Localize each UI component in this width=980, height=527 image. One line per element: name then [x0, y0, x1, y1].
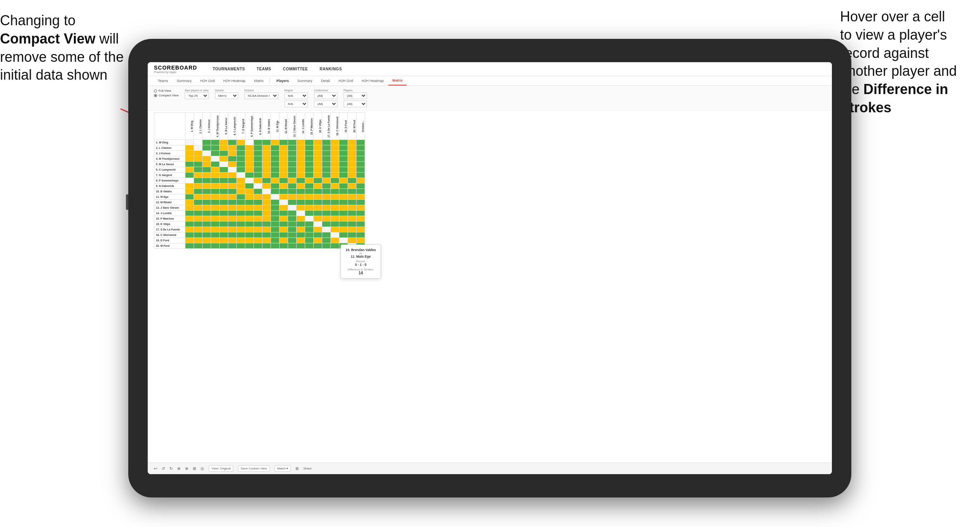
- sub-nav-h2h-grid2[interactable]: H2H Grid: [335, 77, 357, 85]
- share-text[interactable]: Share: [303, 467, 311, 470]
- matrix-cell[interactable]: [356, 238, 365, 243]
- matrix-cell[interactable]: [245, 211, 254, 216]
- matrix-cell[interactable]: [314, 156, 322, 162]
- matrix-cell[interactable]: [220, 140, 228, 145]
- matrix-cell[interactable]: [194, 162, 203, 167]
- matrix-cell[interactable]: [203, 211, 211, 216]
- matrix-cell[interactable]: [194, 211, 203, 216]
- matrix-cell[interactable]: [288, 145, 297, 151]
- matrix-cell[interactable]: [220, 205, 228, 211]
- matrix-cell[interactable]: [194, 151, 203, 156]
- matrix-cell[interactable]: [203, 189, 211, 194]
- matrix-cell[interactable]: [356, 211, 365, 216]
- matrix-cell[interactable]: [331, 194, 339, 200]
- matrix-cell[interactable]: [314, 222, 322, 227]
- matrix-cell[interactable]: [237, 151, 245, 156]
- matrix-cell[interactable]: [280, 151, 288, 156]
- sub-nav-h2h-grid1[interactable]: H2H Grid: [196, 77, 219, 85]
- matrix-cell[interactable]: [262, 216, 271, 222]
- matrix-cell[interactable]: [271, 205, 280, 211]
- matrix-cell[interactable]: [211, 156, 220, 162]
- matrix-cell[interactable]: [305, 216, 314, 222]
- matrix-cell[interactable]: [356, 232, 365, 238]
- matrix-cell[interactable]: [305, 167, 314, 173]
- matrix-cell[interactable]: [322, 151, 331, 156]
- matrix-cell[interactable]: [348, 189, 356, 194]
- matrix-cell[interactable]: [220, 216, 228, 222]
- matrix-cell[interactable]: [331, 145, 339, 151]
- matrix-cell[interactable]: [228, 178, 237, 183]
- matrix-cell[interactable]: [356, 194, 365, 200]
- compact-view-option[interactable]: Compact View: [154, 94, 178, 97]
- matrix-cell[interactable]: [322, 216, 331, 222]
- matrix-cell[interactable]: [297, 156, 305, 162]
- matrix-cell[interactable]: [314, 243, 322, 249]
- sub-nav-h2h-heatmap1[interactable]: H2H Heatmap: [220, 77, 250, 85]
- share-icon[interactable]: ⊞: [295, 466, 299, 471]
- matrix-cell[interactable]: [339, 238, 348, 243]
- matrix-cell[interactable]: [203, 222, 211, 227]
- matrix-cell[interactable]: [254, 140, 262, 145]
- matrix-cell[interactable]: [237, 173, 245, 178]
- save-custom-view-btn[interactable]: Save Custom View: [238, 465, 269, 472]
- matrix-cell[interactable]: [262, 205, 271, 211]
- matrix-cell[interactable]: [245, 238, 254, 243]
- region-select2[interactable]: N/A: [285, 101, 308, 107]
- matrix-cell[interactable]: [314, 216, 322, 222]
- matrix-cell[interactable]: [331, 227, 339, 232]
- matrix-cell[interactable]: [211, 211, 220, 216]
- matrix-cell[interactable]: [211, 151, 220, 156]
- matrix-cell[interactable]: [314, 162, 322, 167]
- matrix-cell[interactable]: [356, 151, 365, 156]
- matrix-cell[interactable]: [271, 189, 280, 194]
- matrix-cell[interactable]: [297, 151, 305, 156]
- matrix-cell[interactable]: [280, 227, 288, 232]
- matrix-cell[interactable]: [305, 156, 314, 162]
- matrix-cell[interactable]: [348, 183, 356, 189]
- matrix-cell[interactable]: [288, 194, 297, 200]
- sub-nav-matrix1[interactable]: Matrix: [250, 77, 268, 85]
- matrix-cell[interactable]: [220, 145, 228, 151]
- matrix-cell[interactable]: [288, 216, 297, 222]
- matrix-cell[interactable]: [331, 211, 339, 216]
- matrix-cell[interactable]: [331, 167, 339, 173]
- matrix-cell[interactable]: [228, 243, 237, 249]
- matrix-cell[interactable]: [237, 227, 245, 232]
- matrix-cell[interactable]: [194, 178, 203, 183]
- matrix-cell[interactable]: [185, 173, 194, 178]
- matrix-cell[interactable]: [237, 162, 245, 167]
- matrix-cell[interactable]: [297, 222, 305, 227]
- matrix-cell[interactable]: [288, 140, 297, 145]
- matrix-cell[interactable]: [331, 243, 339, 249]
- matrix-cell[interactable]: [297, 145, 305, 151]
- matrix-cell[interactable]: [185, 211, 194, 216]
- matrix-cell[interactable]: [271, 238, 280, 243]
- matrix-cell[interactable]: [288, 162, 297, 167]
- matrix-cell[interactable]: [271, 227, 280, 232]
- matrix-cell[interactable]: [194, 156, 203, 162]
- matrix-cell[interactable]: [262, 194, 271, 200]
- matrix-cell[interactable]: [254, 194, 262, 200]
- matrix-cell[interactable]: [339, 227, 348, 232]
- matrix-cell[interactable]: [185, 238, 194, 243]
- matrix-cell[interactable]: [262, 200, 271, 205]
- players-select[interactable]: (All): [344, 92, 367, 99]
- matrix-cell[interactable]: [228, 200, 237, 205]
- matrix-cell[interactable]: [305, 205, 314, 211]
- matrix-cell[interactable]: [254, 238, 262, 243]
- matrix-cell[interactable]: [245, 243, 254, 249]
- matrix-cell[interactable]: [322, 243, 331, 249]
- matrix-cell[interactable]: [245, 145, 254, 151]
- matrix-cell[interactable]: [203, 173, 211, 178]
- matrix-cell[interactable]: [305, 162, 314, 167]
- full-view-radio[interactable]: [154, 89, 157, 92]
- full-view-option[interactable]: Full View: [154, 89, 178, 92]
- matrix-cell[interactable]: [297, 194, 305, 200]
- gender-select[interactable]: Men's: [215, 92, 238, 99]
- matrix-cell[interactable]: [322, 167, 331, 173]
- matrix-cell[interactable]: [314, 189, 322, 194]
- matrix-cell[interactable]: [220, 178, 228, 183]
- matrix-cell[interactable]: [211, 173, 220, 178]
- matrix-cell[interactable]: [211, 194, 220, 200]
- matrix-cell[interactable]: [203, 238, 211, 243]
